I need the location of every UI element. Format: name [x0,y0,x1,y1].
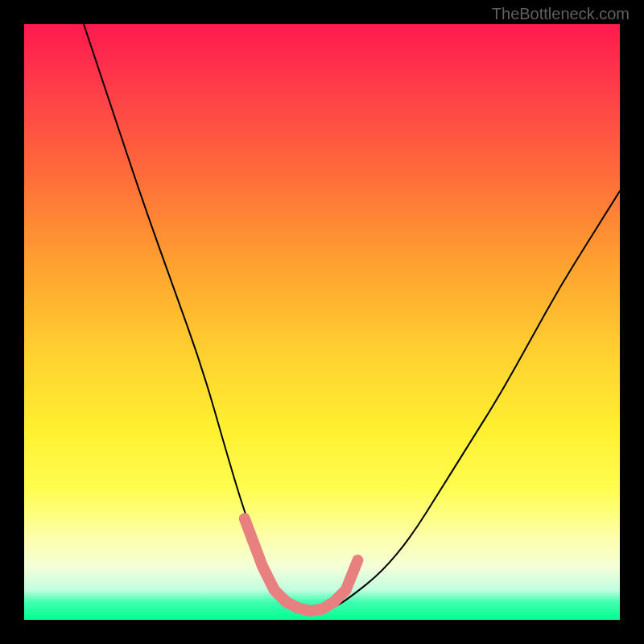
chart-svg [24,24,620,620]
watermark-text: TheBottleneck.com [492,5,630,23]
chart-plot-area [24,24,620,620]
bottleneck-curve [84,24,620,609]
trough-marker [245,518,358,611]
